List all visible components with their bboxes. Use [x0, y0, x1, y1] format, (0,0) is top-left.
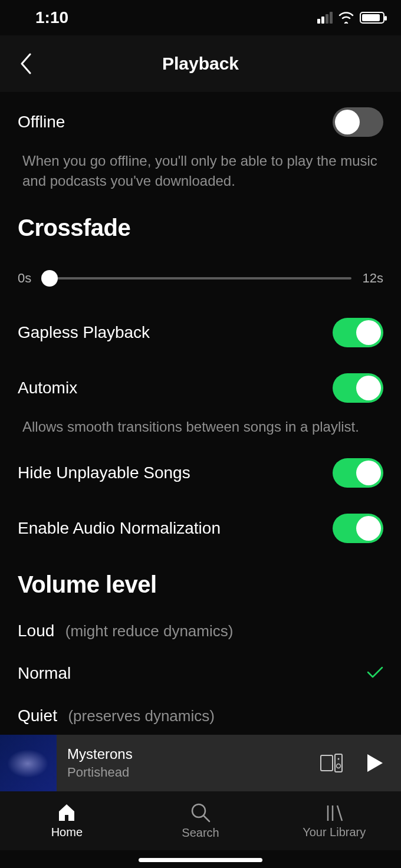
automix-toggle[interactable]	[333, 373, 383, 403]
now-playing-bar[interactable]: Mysterons Portishead	[0, 735, 401, 791]
volume-option-normal[interactable]: Normal	[18, 652, 383, 695]
volume-quiet-label: Quiet	[18, 706, 57, 725]
tab-search[interactable]: Search	[134, 791, 268, 850]
offline-label: Offline	[18, 113, 65, 131]
crossfade-title: Crossfade	[18, 197, 383, 253]
now-playing-art	[0, 735, 57, 791]
svg-rect-0	[321, 755, 333, 771]
search-icon	[190, 803, 211, 823]
normalization-toggle[interactable]	[333, 514, 383, 543]
hide-unplayable-setting: Hide Unplayable Songs	[18, 443, 383, 498]
crossfade-min-label: 0s	[18, 271, 39, 286]
offline-setting: Offline	[18, 92, 383, 147]
volume-quiet-hint: (preserves dynamics)	[68, 707, 215, 725]
offline-description: When you go offline, you'll only be able…	[18, 147, 383, 197]
tab-home-label: Home	[51, 826, 83, 839]
automix-description: Allows smooth transitions between songs …	[18, 413, 383, 443]
svg-line-5	[204, 816, 209, 821]
tab-home[interactable]: Home	[0, 791, 134, 850]
normalization-label: Enable Audio Normalization	[18, 519, 221, 538]
devices-icon	[320, 753, 343, 773]
status-indicators	[317, 12, 384, 24]
volume-option-loud[interactable]: Loud (might reduce dynamics)	[18, 610, 383, 652]
crossfade-max-label: 12s	[362, 271, 383, 286]
battery-icon	[360, 12, 384, 24]
volume-loud-hint: (might reduce dynamics)	[65, 622, 234, 640]
svg-point-2	[338, 758, 340, 760]
svg-point-4	[192, 804, 205, 817]
crossfade-slider-thumb[interactable]	[41, 270, 58, 287]
svg-rect-1	[335, 754, 342, 772]
page-title: Playback	[162, 54, 239, 74]
svg-line-8	[337, 805, 342, 821]
crossfade-slider-row: 0s 12s	[18, 253, 383, 303]
hide-unplayable-label: Hide Unplayable Songs	[18, 463, 190, 482]
automix-label: Automix	[18, 379, 77, 397]
back-button[interactable]	[14, 52, 38, 75]
cellular-signal-icon	[317, 12, 333, 24]
tab-library-label: Your Library	[303, 826, 366, 839]
gapless-setting: Gapless Playback	[18, 303, 383, 358]
volume-level-title: Volume level	[18, 554, 383, 610]
devices-button[interactable]	[314, 745, 349, 781]
volume-loud-label: Loud	[18, 622, 54, 640]
now-playing-artist: Portishead	[67, 765, 303, 780]
tab-search-label: Search	[182, 826, 219, 840]
normalization-setting: Enable Audio Normalization	[18, 498, 383, 554]
header: Playback	[0, 35, 401, 92]
checkmark-icon	[367, 666, 383, 681]
automix-setting: Automix	[18, 358, 383, 413]
gapless-label: Gapless Playback	[18, 323, 150, 342]
hide-unplayable-toggle[interactable]	[333, 458, 383, 488]
play-icon	[366, 753, 384, 773]
status-bar: 1:10	[0, 0, 401, 35]
chevron-left-icon	[19, 53, 32, 74]
library-icon	[324, 803, 344, 822]
gapless-toggle[interactable]	[333, 318, 383, 347]
now-playing-title: Mysterons	[67, 746, 303, 762]
tab-bar: Home Search Your Library	[0, 791, 401, 850]
play-button[interactable]	[357, 745, 393, 781]
wifi-icon	[338, 12, 354, 24]
svg-point-3	[337, 764, 341, 768]
home-indicator[interactable]	[139, 858, 262, 862]
now-playing-info: Mysterons Portishead	[57, 746, 314, 780]
offline-toggle[interactable]	[333, 107, 383, 137]
tab-library[interactable]: Your Library	[267, 791, 401, 850]
volume-normal-label: Normal	[18, 664, 71, 682]
status-time: 1:10	[35, 8, 68, 27]
home-icon	[57, 803, 77, 822]
crossfade-slider[interactable]	[50, 277, 351, 280]
volume-option-quiet[interactable]: Quiet (preserves dynamics)	[18, 695, 383, 737]
